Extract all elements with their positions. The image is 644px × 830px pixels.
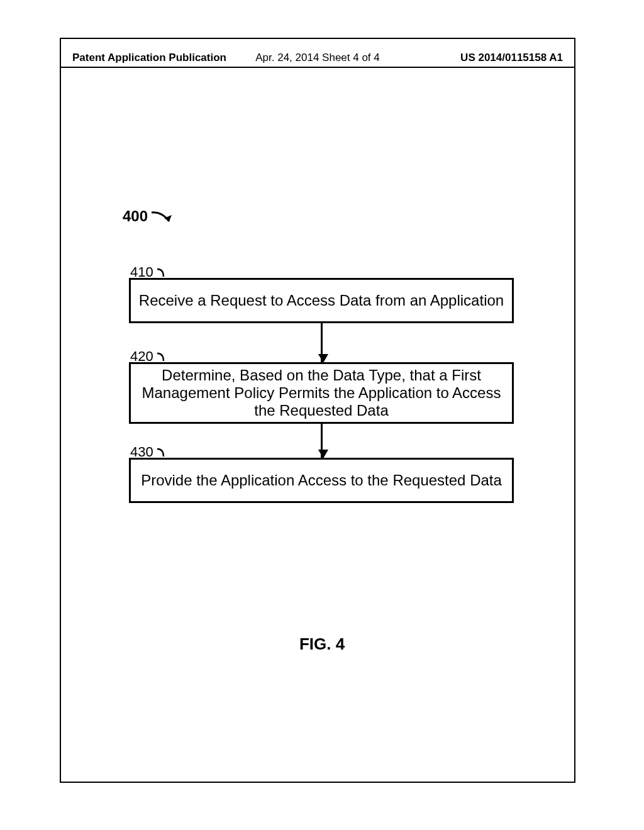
step-text-410: Receive a Request to Access Data from an… xyxy=(139,292,504,309)
connector-420-430 xyxy=(321,424,323,458)
step-box-420: Determine, Based on the Data Type, that … xyxy=(129,362,514,424)
page-header: Patent Application Publication Apr. 24, … xyxy=(72,52,563,64)
flowchart-reference: 400 xyxy=(123,208,175,225)
connector-410-420 xyxy=(321,323,323,362)
header-publication-title: Patent Application Publication xyxy=(72,52,226,64)
step-text-420: Determine, Based on the Data Type, that … xyxy=(136,367,507,420)
figure-caption: FIG. 4 xyxy=(299,634,345,654)
step-box-410: Receive a Request to Access Data from an… xyxy=(129,278,514,323)
page: Patent Application Publication Apr. 24, … xyxy=(0,0,644,830)
header-underline xyxy=(61,67,574,68)
arrowhead-icon xyxy=(318,354,328,363)
header-publication-number: US 2014/0115158 A1 xyxy=(460,52,563,64)
flowchart-reference-number: 400 xyxy=(123,208,148,225)
curved-arrow-icon xyxy=(150,210,175,228)
arrowhead-icon xyxy=(318,450,328,458)
header-date-sheet: Apr. 24, 2014 Sheet 4 of 4 xyxy=(255,52,380,64)
step-text-430: Provide the Application Access to the Re… xyxy=(141,472,502,489)
step-box-430: Provide the Application Access to the Re… xyxy=(129,458,514,503)
